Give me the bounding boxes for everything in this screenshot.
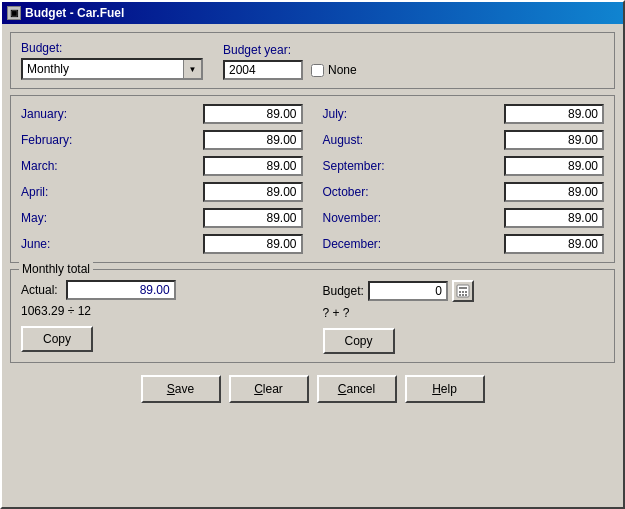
total-content: Actual: 1063.29 ÷ 12 Copy Budget: bbox=[21, 280, 604, 354]
clear-label: Clear bbox=[254, 382, 283, 396]
may-row: May: bbox=[21, 208, 303, 228]
monthly-total-section: Monthly total Actual: 1063.29 ÷ 12 Copy bbox=[10, 269, 615, 363]
question-text: ? + ? bbox=[323, 306, 605, 320]
main-window: ▣ Budget - Car.Fuel Budget: Monthly ▼ Bu… bbox=[0, 0, 625, 509]
july-label: July: bbox=[323, 107, 403, 121]
help-button[interactable]: Help bbox=[405, 375, 485, 403]
budget-dropdown-arrow[interactable]: ▼ bbox=[183, 60, 201, 78]
february-row: February: bbox=[21, 130, 303, 150]
cancel-label: Cancel bbox=[338, 382, 375, 396]
months-section: January: February: March: April: bbox=[10, 95, 615, 263]
window-title: Budget - Car.Fuel bbox=[25, 6, 124, 20]
budget-right-row: Budget: bbox=[323, 280, 605, 302]
budget-year-input[interactable] bbox=[223, 60, 303, 80]
july-row: July: bbox=[323, 104, 605, 124]
svg-rect-4 bbox=[465, 291, 467, 293]
months-left-col: January: February: March: April: bbox=[21, 104, 303, 254]
svg-rect-5 bbox=[459, 294, 461, 296]
title-bar: ▣ Budget - Car.Fuel bbox=[2, 2, 623, 24]
september-input[interactable] bbox=[504, 156, 604, 176]
march-row: March: bbox=[21, 156, 303, 176]
budget-label: Budget: bbox=[21, 41, 203, 55]
svg-rect-2 bbox=[459, 291, 461, 293]
copy-left-button[interactable]: Copy bbox=[21, 326, 93, 352]
budget-year-field-group: Budget year: None bbox=[223, 43, 357, 80]
budget-section: Budget: Monthly ▼ Budget year: None bbox=[10, 32, 615, 89]
march-input[interactable] bbox=[203, 156, 303, 176]
august-label: August: bbox=[323, 133, 403, 147]
total-right: Budget: bbox=[323, 280, 605, 354]
bottom-buttons: Save Clear Cancel Help bbox=[10, 369, 615, 407]
months-right-col: July: August: September: October: bbox=[323, 104, 605, 254]
budget-field-group: Budget: Monthly ▼ bbox=[21, 41, 203, 80]
july-input[interactable] bbox=[504, 104, 604, 124]
none-label: None bbox=[328, 63, 357, 77]
svg-rect-1 bbox=[459, 287, 467, 289]
none-checkbox[interactable] bbox=[311, 64, 324, 77]
march-label: March: bbox=[21, 159, 101, 173]
june-row: June: bbox=[21, 234, 303, 254]
december-row: December: bbox=[323, 234, 605, 254]
window-icon: ▣ bbox=[7, 6, 21, 20]
save-button[interactable]: Save bbox=[141, 375, 221, 403]
help-label: Help bbox=[432, 382, 457, 396]
budget-year-label: Budget year: bbox=[223, 43, 357, 57]
calc-text: 1063.29 ÷ 12 bbox=[21, 304, 303, 318]
september-row: September: bbox=[323, 156, 605, 176]
actual-row: Actual: bbox=[21, 280, 303, 300]
september-label: September: bbox=[323, 159, 403, 173]
october-row: October: bbox=[323, 182, 605, 202]
budget-right-label: Budget: bbox=[323, 284, 364, 298]
june-label: June: bbox=[21, 237, 101, 251]
june-input[interactable] bbox=[203, 234, 303, 254]
budget-right-input[interactable] bbox=[368, 281, 448, 301]
november-input[interactable] bbox=[504, 208, 604, 228]
monthly-total-label: Monthly total bbox=[19, 262, 93, 276]
october-input[interactable] bbox=[504, 182, 604, 202]
none-checkbox-row: None bbox=[311, 63, 357, 77]
actual-label: Actual: bbox=[21, 283, 58, 297]
november-label: November: bbox=[323, 211, 403, 225]
august-row: August: bbox=[323, 130, 605, 150]
november-row: November: bbox=[323, 208, 605, 228]
may-label: May: bbox=[21, 211, 101, 225]
december-label: December: bbox=[323, 237, 403, 251]
december-input[interactable] bbox=[504, 234, 604, 254]
august-input[interactable] bbox=[504, 130, 604, 150]
calculator-icon-button[interactable] bbox=[452, 280, 474, 302]
february-label: February: bbox=[21, 133, 101, 147]
cancel-button[interactable]: Cancel bbox=[317, 375, 397, 403]
april-label: April: bbox=[21, 185, 101, 199]
actual-input[interactable] bbox=[66, 280, 176, 300]
april-input[interactable] bbox=[203, 182, 303, 202]
svg-rect-7 bbox=[465, 294, 467, 296]
svg-rect-6 bbox=[462, 294, 464, 296]
may-input[interactable] bbox=[203, 208, 303, 228]
window-content: Budget: Monthly ▼ Budget year: None bbox=[2, 24, 623, 507]
svg-rect-3 bbox=[462, 291, 464, 293]
months-grid: January: February: March: April: bbox=[21, 104, 604, 254]
total-left: Actual: 1063.29 ÷ 12 Copy bbox=[21, 280, 303, 354]
copy-right-button[interactable]: Copy bbox=[323, 328, 395, 354]
budget-dropdown-value[interactable]: Monthly bbox=[23, 60, 183, 78]
january-label: January: bbox=[21, 107, 101, 121]
clear-button[interactable]: Clear bbox=[229, 375, 309, 403]
budget-dropdown-wrapper: Monthly ▼ bbox=[21, 58, 203, 80]
february-input[interactable] bbox=[203, 130, 303, 150]
january-input[interactable] bbox=[203, 104, 303, 124]
january-row: January: bbox=[21, 104, 303, 124]
save-label: Save bbox=[167, 382, 194, 396]
april-row: April: bbox=[21, 182, 303, 202]
october-label: October: bbox=[323, 185, 403, 199]
